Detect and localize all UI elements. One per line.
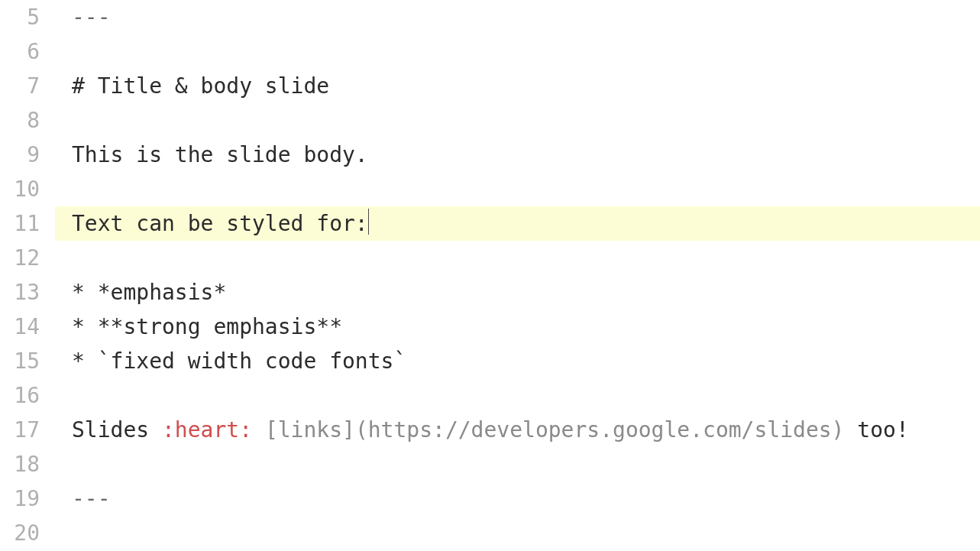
code-line[interactable]: 19--- (0, 481, 980, 516)
line-number: 14 (0, 310, 55, 344)
code-line[interactable]: 15* `fixed width code fonts` (0, 344, 980, 378)
line-content[interactable]: Text can be styled for: (55, 206, 980, 241)
line-content[interactable]: * **strong emphasis** (55, 310, 980, 344)
code-editor[interactable]: 5---67# Title & body slide89This is the … (0, 0, 980, 551)
text-cursor (368, 209, 369, 235)
code-segment (252, 417, 265, 442)
code-line[interactable]: 17Slides :heart: [links](https://develop… (0, 413, 980, 447)
code-segment: [links](https://developers.google.com/sl… (265, 417, 845, 442)
line-number: 8 (0, 103, 55, 138)
code-segment: * **strong emphasis** (72, 314, 342, 339)
code-line[interactable]: 12 (0, 241, 980, 275)
line-content[interactable]: --- (55, 0, 980, 34)
code-line[interactable]: 8 (0, 103, 980, 138)
line-number: 6 (0, 34, 55, 69)
code-segment: * *emphasis* (72, 280, 226, 305)
line-number: 19 (0, 481, 55, 516)
line-number: 15 (0, 344, 55, 378)
line-content[interactable]: Slides :heart: [links](https://developer… (55, 413, 980, 447)
code-segment: --- (72, 486, 111, 511)
line-number: 17 (0, 413, 55, 447)
code-line[interactable]: 18 (0, 447, 980, 481)
code-segment: # Title & body slide (72, 73, 329, 99)
line-number: 20 (0, 516, 55, 550)
code-segment: --- (72, 5, 111, 30)
code-segment: Slides (72, 417, 162, 442)
code-line[interactable]: 7# Title & body slide (0, 69, 980, 103)
code-line[interactable]: 11Text can be styled for: (0, 206, 980, 241)
code-line[interactable]: 6 (0, 34, 980, 69)
line-number: 10 (0, 172, 55, 206)
code-line[interactable]: 10 (0, 172, 980, 206)
line-content[interactable]: --- (55, 481, 980, 516)
line-number: 7 (0, 69, 55, 103)
line-number: 12 (0, 241, 55, 275)
code-line[interactable]: 16 (0, 378, 980, 413)
code-line[interactable]: 9This is the slide body. (0, 138, 980, 172)
code-segment: This is the slide body. (72, 142, 368, 167)
line-content[interactable]: * `fixed width code fonts` (55, 344, 980, 378)
code-line[interactable]: 5--- (0, 0, 980, 34)
line-content[interactable]: This is the slide body. (55, 138, 980, 172)
code-segment: too! (844, 417, 908, 442)
code-line[interactable]: 20 (0, 516, 980, 550)
line-number: 13 (0, 275, 55, 310)
code-segment: * `fixed width code fonts` (72, 348, 406, 374)
line-content[interactable]: # Title & body slide (55, 69, 980, 103)
code-segment: :heart: (162, 417, 252, 442)
line-number: 18 (0, 447, 55, 481)
code-segment: Text can be styled for: (72, 211, 368, 236)
line-number: 9 (0, 138, 55, 172)
code-line[interactable]: 13* *emphasis* (0, 275, 980, 310)
line-number: 5 (0, 0, 55, 34)
line-number: 16 (0, 378, 55, 413)
line-content[interactable]: * *emphasis* (55, 275, 980, 310)
code-line[interactable]: 14* **strong emphasis** (0, 310, 980, 344)
line-number: 11 (0, 206, 55, 241)
